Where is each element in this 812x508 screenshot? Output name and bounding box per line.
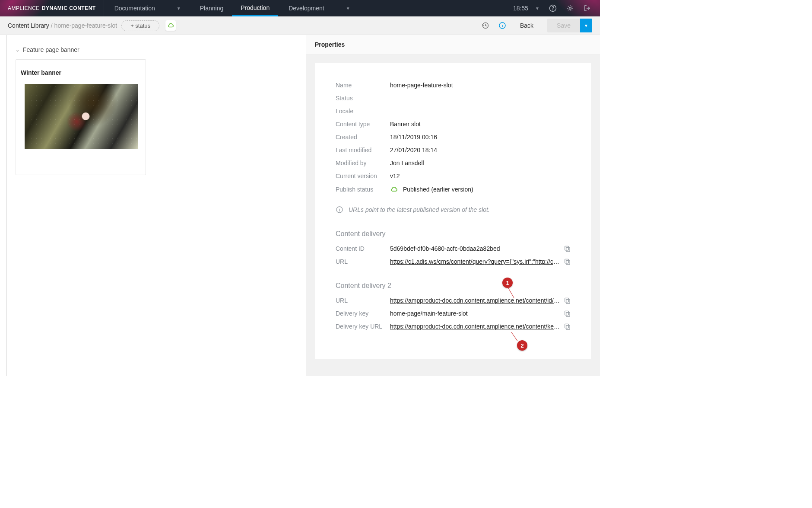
save-dropdown-button[interactable]: ▼: [580, 19, 592, 32]
prop-status-label: Status: [336, 95, 390, 102]
copy-button[interactable]: [564, 323, 571, 330]
brand-bold: DYNAMIC CONTENT: [42, 5, 96, 11]
prop-type-label: Content type: [336, 121, 390, 128]
prop-modifiedby-value: Jon Lansdell: [390, 160, 571, 166]
breadcrumb-item: home-page-feature-slot: [54, 22, 117, 29]
prop-created-value: 18/11/2019 00:16: [390, 134, 571, 141]
back-button[interactable]: Back: [516, 22, 538, 29]
brand-light: AMPLIENCE: [8, 5, 40, 11]
prop-url2-label: URL: [336, 297, 390, 304]
prop-dkeyurl-value[interactable]: https://ampproduct-doc.cdn.content.ampli…: [390, 323, 560, 330]
prop-dkey-value: home-page/main-feature-slot: [390, 310, 558, 317]
chevron-down-icon: ▼: [535, 6, 539, 11]
prop-url-label: URL: [336, 258, 390, 265]
breadcrumb-root[interactable]: Content Library: [8, 22, 49, 29]
prop-publish-value: Published (earlier version): [403, 186, 473, 193]
nav-production[interactable]: Production: [232, 0, 278, 16]
breadcrumb-separator: /: [49, 22, 54, 29]
save-button-group: Save ▼: [547, 19, 592, 32]
prop-version-value: v12: [390, 173, 571, 179]
prop-version-label: Current version: [336, 173, 390, 179]
info-note-text: URLs point to the latest published versi…: [349, 206, 490, 213]
cd2-title: Content delivery 2: [336, 268, 571, 294]
svg-point-7: [553, 10, 553, 10]
annotation-2: 2: [517, 340, 527, 351]
properties-header: Properties: [306, 35, 600, 54]
prop-cid-value: 5d69bdef-df0b-4680-acfc-0bdaa2a82bed: [390, 245, 558, 252]
clock-time: 18:55: [513, 5, 528, 12]
prop-created-label: Created: [336, 134, 390, 141]
section-title: Feature page banner: [23, 46, 79, 53]
history-icon[interactable]: [481, 22, 489, 29]
svg-point-8: [569, 7, 571, 10]
nav-production-label: Production: [241, 4, 270, 11]
prop-locale-label: Locale: [336, 108, 390, 115]
prop-cid-label: Content ID: [336, 245, 390, 252]
gear-icon[interactable]: [566, 4, 574, 12]
nav-documentation[interactable]: Documentation ▼: [104, 0, 191, 16]
annotation-1: 1: [502, 278, 513, 288]
prop-name-value: home-page-feature-slot: [390, 82, 571, 89]
prop-type-value: Banner slot: [390, 121, 571, 128]
chevron-down-icon: ⌄: [16, 47, 19, 53]
prop-name-label: Name: [336, 82, 390, 89]
copy-button[interactable]: [564, 310, 571, 317]
prop-modifiedby-label: Modified by: [336, 160, 390, 166]
content-card[interactable]: Winter banner: [16, 59, 146, 175]
prop-dkey-label: Delivery key: [336, 310, 390, 317]
help-icon[interactable]: [549, 4, 557, 12]
content-editor-pane: ⌄ Feature page banner Winter banner: [6, 35, 306, 376]
chevron-down-icon: ▼: [584, 23, 588, 28]
chevron-down-icon: ▼: [177, 6, 181, 11]
nav-documentation-label: Documentation: [114, 5, 155, 12]
properties-pane: Properties Namehome-page-feature-slot St…: [306, 35, 600, 376]
top-nav: AMPLIENCE DYNAMIC CONTENT Documentation …: [0, 0, 600, 16]
section-toggle[interactable]: ⌄ Feature page banner: [16, 46, 297, 53]
prop-dkeyurl-label: Delivery key URL: [336, 323, 390, 330]
add-status-button[interactable]: + status: [121, 20, 159, 31]
main-content: ⌄ Feature page banner Winter banner Prop…: [0, 35, 600, 376]
prop-publish-label: Publish status: [336, 186, 390, 193]
cd1-title: Content delivery: [336, 216, 571, 242]
cloud-icon: [390, 185, 398, 193]
nav-planning[interactable]: Planning: [191, 0, 232, 16]
info-icon[interactable]: [498, 22, 506, 29]
nav-development[interactable]: Development ▼: [278, 0, 360, 16]
prop-url2-value[interactable]: https://ampproduct-doc.cdn.content.ampli…: [390, 297, 560, 304]
prop-modified-value: 27/01/2020 18:14: [390, 147, 571, 153]
toolbar: Content Library / home-page-feature-slot…: [0, 16, 600, 35]
clock-menu[interactable]: 18:55 ▼: [513, 5, 539, 12]
prop-modified-label: Last modified: [336, 147, 390, 153]
nav-development-label: Development: [289, 5, 324, 12]
copy-button[interactable]: [564, 246, 571, 252]
logout-icon[interactable]: [584, 4, 591, 12]
publish-status-icon[interactable]: [165, 20, 176, 31]
copy-button[interactable]: [564, 259, 571, 265]
save-button: Save: [547, 19, 580, 32]
info-icon: [336, 206, 343, 214]
card-title: Winter banner: [20, 69, 141, 76]
copy-button[interactable]: [564, 297, 571, 304]
brand-logo: AMPLIENCE DYNAMIC CONTENT: [0, 0, 104, 16]
prop-url-value[interactable]: https://c1.adis.ws/cms/content/query?que…: [390, 258, 560, 265]
chevron-down-icon: ▼: [346, 6, 350, 11]
content-thumbnail: [25, 84, 138, 149]
nav-planning-label: Planning: [200, 5, 224, 12]
